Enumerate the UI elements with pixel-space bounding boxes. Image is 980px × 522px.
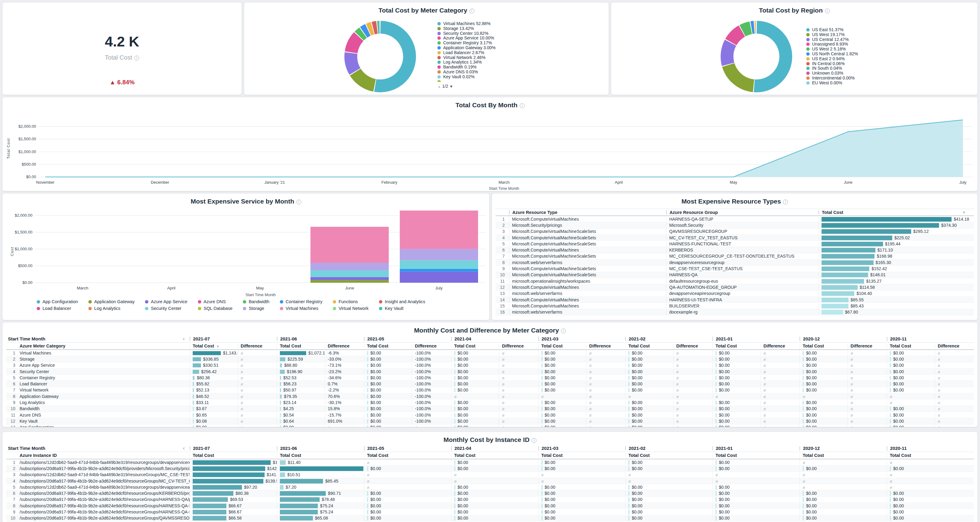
cost-bar[interactable] (803, 491, 804, 496)
table-row[interactable]: 1/subscriptions/12d2db62-5aa9-471d-84bb-… (6, 459, 974, 465)
cost-bar[interactable] (803, 510, 804, 514)
cost-bar[interactable] (822, 217, 951, 222)
total-cost-column-header[interactable]: Total Cost (538, 344, 586, 348)
cost-bar[interactable] (628, 363, 630, 367)
cost-bar[interactable] (367, 516, 368, 520)
cost-bar[interactable] (628, 388, 630, 392)
cost-bar[interactable] (628, 407, 630, 411)
total-cost-column-header[interactable]: Total Cost (625, 344, 673, 348)
total-cost-column-header[interactable]: Total Cost (189, 453, 277, 458)
table-row[interactable]: 6Microsoft.Compute/virtualMachinesKERBER… (495, 247, 974, 253)
cost-bar[interactable] (193, 504, 226, 508)
cost-bar[interactable] (367, 395, 368, 398)
cost-bar[interactable] (367, 413, 368, 417)
legend-item[interactable]: Key Vault (379, 306, 425, 313)
info-icon[interactable]: i (531, 438, 536, 443)
cost-bar[interactable] (541, 460, 542, 465)
cost-bar[interactable] (367, 388, 368, 392)
cost-bar[interactable] (541, 485, 542, 490)
table-row[interactable]: 2Storage$336.85ø$225.59-33.0%$0.00-100.0… (6, 356, 974, 362)
info-icon[interactable]: i (561, 328, 566, 333)
info-icon[interactable]: i (296, 200, 301, 205)
legend-item[interactable]: Storage 13.42% (438, 26, 495, 31)
cost-bar[interactable] (367, 419, 368, 423)
cost-bar[interactable] (541, 363, 542, 367)
cost-bar[interactable] (628, 419, 630, 423)
cost-bar[interactable] (454, 425, 455, 427)
legend-item[interactable]: Bandwidth (243, 299, 269, 306)
cost-bar[interactable] (541, 351, 542, 355)
donut-segment-US West 2[interactable] (742, 28, 751, 31)
difference-column-header[interactable]: Difference (325, 344, 364, 348)
cost-bar[interactable] (803, 351, 804, 355)
sort-chevron-icon[interactable]: ∨ (963, 210, 965, 214)
total-cost-column-header[interactable]: Total Cost (713, 453, 800, 458)
cost-bar[interactable] (716, 370, 717, 374)
cost-bar[interactable] (193, 351, 221, 355)
table-row[interactable]: 12Microsoft.Compute/virtualMachinesQA-AU… (495, 284, 974, 290)
cost-bar[interactable] (541, 419, 542, 423)
cost-bar[interactable] (280, 510, 318, 514)
legend-item[interactable]: Azure DNS 0.03% (438, 70, 495, 75)
donut-segment-US West[interactable] (728, 65, 754, 86)
cost-bar[interactable] (280, 485, 283, 490)
cost-bar[interactable] (280, 376, 281, 380)
legend-item[interactable]: Application Gateway (88, 299, 135, 306)
difference-column-header[interactable]: Difference (412, 344, 451, 348)
table-row[interactable]: 14Microsoft.Compute/virtualMachinesHARNE… (495, 297, 974, 303)
table-row[interactable]: 1Virtual Machines$1,143.93ø$1,072.17-6.3… (6, 350, 974, 356)
legend-item[interactable]: Virtual Machines 52.88% (438, 21, 495, 26)
cost-bar[interactable] (803, 407, 804, 411)
cost-bar[interactable] (628, 413, 630, 417)
legend-item[interactable]: Azure App Service 10.00% (438, 36, 495, 41)
legend-item[interactable]: US East 51.37% (806, 27, 858, 32)
cost-bar[interactable] (628, 357, 630, 361)
donut-segment-Storage[interactable] (355, 72, 375, 85)
column-header-group[interactable]: Azure Resource Group (666, 210, 818, 215)
cost-bar[interactable] (193, 370, 199, 374)
cost-bar[interactable] (541, 407, 542, 411)
cost-bar[interactable] (822, 236, 892, 240)
cost-bar[interactable] (541, 516, 542, 520)
table-row[interactable]: 13App Configuration$0.00ø$0.00ø$0.00ø$0.… (6, 425, 974, 427)
bar-segment-Azure App Service[interactable] (310, 277, 389, 280)
cost-bar[interactable] (890, 419, 891, 423)
total-cost-column-header[interactable]: Total Cost (625, 453, 713, 458)
cost-bar[interactable] (890, 510, 891, 514)
cost-bar[interactable] (280, 460, 286, 465)
cost-bar[interactable] (454, 413, 455, 417)
cost-bar[interactable] (280, 401, 281, 405)
cost-bar[interactable] (822, 298, 848, 302)
cost-bar[interactable] (454, 497, 455, 502)
difference-column-header[interactable]: Difference (673, 344, 713, 348)
cost-bar[interactable] (367, 510, 368, 514)
table-row[interactable]: 7/subscriptions/20d6a917-99fa-4b1b-9b2e-… (6, 497, 974, 503)
cost-bar[interactable] (822, 267, 869, 271)
table-row[interactable]: 9Microsoft.Compute/virtualMachineScaleSe… (495, 266, 974, 272)
cost-bar[interactable] (716, 419, 717, 423)
cost-bar[interactable] (193, 460, 271, 465)
donut-segment-Security Center[interactable] (351, 53, 355, 71)
cost-bar[interactable] (628, 516, 630, 520)
cost-bar[interactable] (541, 388, 542, 392)
info-icon[interactable]: i (783, 200, 788, 205)
legend-item[interactable]: App Configuration (37, 299, 78, 306)
cost-bar[interactable] (280, 395, 282, 398)
cost-bar[interactable] (716, 351, 717, 355)
cost-bar[interactable] (716, 504, 717, 508)
cost-bar[interactable] (628, 466, 630, 471)
bar-segment-Application Gateway[interactable] (310, 280, 389, 283)
cost-bar[interactable] (890, 413, 891, 417)
difference-column-header[interactable]: Difference (760, 344, 800, 348)
cost-bar[interactable] (367, 357, 368, 361)
cost-bar[interactable] (822, 285, 858, 290)
cost-bar[interactable] (193, 413, 194, 417)
cost-bar[interactable] (803, 370, 804, 374)
cost-bar[interactable] (454, 504, 455, 508)
cost-bar[interactable] (454, 363, 455, 367)
cost-bar[interactable] (803, 497, 804, 502)
cost-bar[interactable] (541, 466, 542, 471)
cost-bar[interactable] (193, 388, 194, 392)
cost-bar[interactable] (193, 395, 194, 398)
cost-bar[interactable] (541, 504, 542, 508)
